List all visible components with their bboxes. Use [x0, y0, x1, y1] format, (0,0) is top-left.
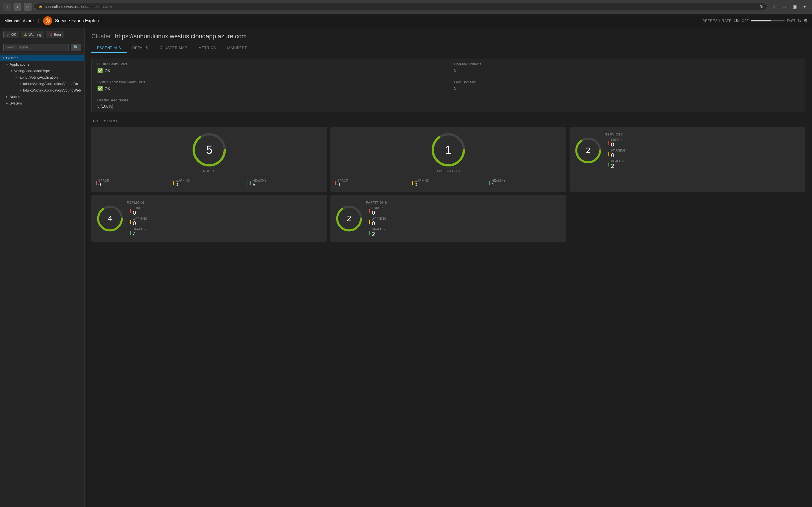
address-bar[interactable]: 🔒 suhurulilinux.westus.cloudapp.azure.co… — [34, 3, 768, 10]
essentials-system-app-health: System Application Health State ✅ OK — [92, 77, 448, 95]
services-card-inner: 2 SERVICES ERROR 0 — [574, 131, 801, 169]
app-warning-stat: WARNING 0 — [412, 179, 485, 187]
sidebar-item-cluster[interactable]: ▼ Cluster — [0, 55, 84, 61]
warning-bar — [173, 181, 174, 185]
filter-error-button[interactable]: ✕ Error — [46, 31, 64, 38]
sidebar-item-system[interactable]: ► System — [0, 100, 84, 107]
tabs-icon[interactable]: ▣ — [791, 3, 799, 11]
search-input[interactable] — [3, 44, 69, 51]
nodes-healthy-stat: HEALTHY 5 — [250, 179, 322, 187]
partitions-gauge: 2 — [335, 205, 363, 233]
lock-icon: 🔒 — [39, 5, 43, 8]
seed-nodes-value: 5 (100%) — [97, 104, 442, 108]
dashboard-grid: 5 NODES ERROR 0 — [91, 127, 805, 242]
settings-icon[interactable]: ⚙ — [804, 18, 808, 23]
replicas-warning-row: WARNING 0 — [130, 217, 147, 227]
replicas-stats: ERROR 0 WARNING 0 — [130, 207, 147, 237]
tab-details[interactable]: DETAILS — [126, 43, 154, 53]
sidebar-item-votingapp[interactable]: ▼ fabric:/VotingApplication — [0, 74, 84, 80]
chevron-down-icon: ▼ — [15, 76, 17, 79]
services-label: SERVICES — [605, 133, 625, 136]
chevron-right-icon: ► — [6, 102, 8, 105]
application-bottom-stats: ERROR 0 WARNING 0 — [335, 176, 562, 187]
refresh-rate-label: REFRESH RATE — [702, 19, 732, 23]
error-bar — [96, 181, 97, 185]
view-button[interactable]: □ — [24, 3, 32, 11]
content-panel: Cluster https://suhurulilinux.westus.clo… — [85, 28, 812, 507]
app-title-area: Service Fabric Explorer — [43, 16, 698, 25]
essentials-upgrade-domains: Upgrade Domains 5 — [448, 59, 805, 77]
cluster-word: Cluster — [91, 33, 111, 40]
search-button[interactable]: 🔍 — [71, 44, 81, 51]
upgrade-domains-value: 5 — [454, 68, 799, 72]
divider — [487, 179, 487, 187]
refresh-button[interactable]: ↻ — [798, 18, 801, 23]
sidebar-item-nodes[interactable]: ► Nodes — [0, 94, 84, 100]
refresh-slider[interactable] — [751, 20, 784, 21]
upgrade-domains-label: Upgrade Domains — [454, 62, 799, 66]
tab-manifest[interactable]: MANIFEST — [221, 43, 253, 53]
app-icon — [43, 16, 52, 25]
tab-metrics[interactable]: METRICS — [193, 43, 221, 53]
sidebar-item-votingweb[interactable]: ► fabric:/VotingApplication/VotingWeb — [0, 87, 84, 94]
filter-warning-label: Warning — [29, 33, 41, 37]
partitions-warning-row: WARNING 0 — [369, 217, 387, 227]
system-app-health-value: ✅ OK — [97, 86, 442, 91]
dashboard-card-partitions: 2 PARTITIONS ERROR 0 — [331, 195, 566, 242]
download-icon[interactable]: ⇓ — [770, 3, 778, 11]
sidebar-item-votingdataserv[interactable]: ► fabric:/VotingApplication/VotingDataSe… — [0, 80, 84, 87]
forward-button[interactable]: › — [13, 3, 21, 11]
warning-icon: ⚠ — [24, 33, 27, 37]
warning-bar — [412, 181, 413, 185]
azure-label: Microsoft Azure — [4, 18, 34, 23]
nodes-error-stat: ERROR 0 — [96, 179, 168, 187]
replicas-gauge: 4 — [96, 205, 124, 233]
error-bar — [335, 181, 336, 185]
tab-essentials[interactable]: ESSENTIALS — [91, 43, 126, 53]
sidebar: ✓ OK ⚠ Warning ✕ Error 🔍 ▼ Clu — [0, 28, 85, 507]
back-button[interactable]: ‹ — [3, 3, 11, 11]
essentials-grid: Cluster Health State ✅ OK Upgrade Domain… — [91, 59, 805, 112]
chevron-right-icon: ► — [19, 89, 22, 92]
refresh-icon[interactable]: ↻ — [760, 4, 763, 9]
app-error-stat: ERROR 0 — [335, 179, 407, 187]
dashboard-card-application: 1 APPLICATION ERROR 0 — [331, 127, 566, 192]
sidebar-item-applications[interactable]: ▼ Applications — [0, 61, 84, 68]
sidebar-item-votingapptype[interactable]: ▼ VotingApplicationType — [0, 68, 84, 74]
partitions-label: PARTITIONS — [366, 201, 387, 204]
filter-warning-button[interactable]: ⚠ Warning — [21, 31, 44, 38]
extend-icon[interactable]: + — [801, 3, 809, 11]
ok-check-icon: ✓ — [6, 33, 10, 37]
dashboard-card-nodes: 5 NODES ERROR 0 — [91, 127, 327, 192]
warning-bar — [130, 220, 131, 224]
refresh-seconds: 15s — [734, 19, 740, 23]
partitions-healthy-row: HEALTHY 2 — [369, 228, 387, 237]
tab-cluster-map[interactable]: CLUSTER MAP — [154, 43, 193, 53]
share-icon[interactable]: ⇫ — [780, 3, 788, 11]
filter-ok-button[interactable]: ✓ OK — [3, 31, 19, 38]
partitions-stats: ERROR 0 WARNING 0 — [369, 207, 387, 237]
cluster-url: https://suhurulilinux.westus.cloudapp.az… — [115, 33, 247, 40]
ok-badge-icon-2: ✅ — [97, 86, 103, 91]
healthy-bar — [130, 231, 131, 235]
cluster-health-state: OK — [105, 68, 110, 73]
services-error-row: ERROR 0 — [608, 138, 625, 148]
nodes-warning-stat: WARNING 0 — [173, 179, 246, 187]
main-area: ✓ OK ⚠ Warning ✕ Error 🔍 ▼ Clu — [0, 28, 812, 507]
top-bar: Microsoft Azure Service Fabric Explorer … — [0, 13, 812, 28]
system-app-health-label: System Application Health State — [97, 80, 442, 84]
upgrade-domains-number: 5 — [454, 68, 456, 72]
services-gauge: 2 — [574, 136, 602, 165]
essentials-fault-domains: Fault Domains 5 — [448, 77, 805, 95]
url-text: suhurulilinux.westus.cloudapp.azure.com — [45, 4, 112, 9]
error-bar — [369, 209, 370, 213]
seed-nodes-label: Healthy Seed Nodes — [97, 98, 442, 102]
nodes-bottom-stats: ERROR 0 WARNING 0 — [96, 176, 322, 187]
cluster-title: Cluster https://suhurulilinux.westus.clo… — [91, 33, 805, 40]
nodes-card-inner: 5 — [96, 131, 322, 168]
filter-ok-label: OK — [11, 33, 16, 37]
partitions-count: 2 — [347, 215, 351, 223]
cluster-health-label: Cluster Health State — [97, 62, 442, 66]
healthy-bar — [489, 181, 490, 185]
nodes-label: NODES — [203, 169, 215, 173]
